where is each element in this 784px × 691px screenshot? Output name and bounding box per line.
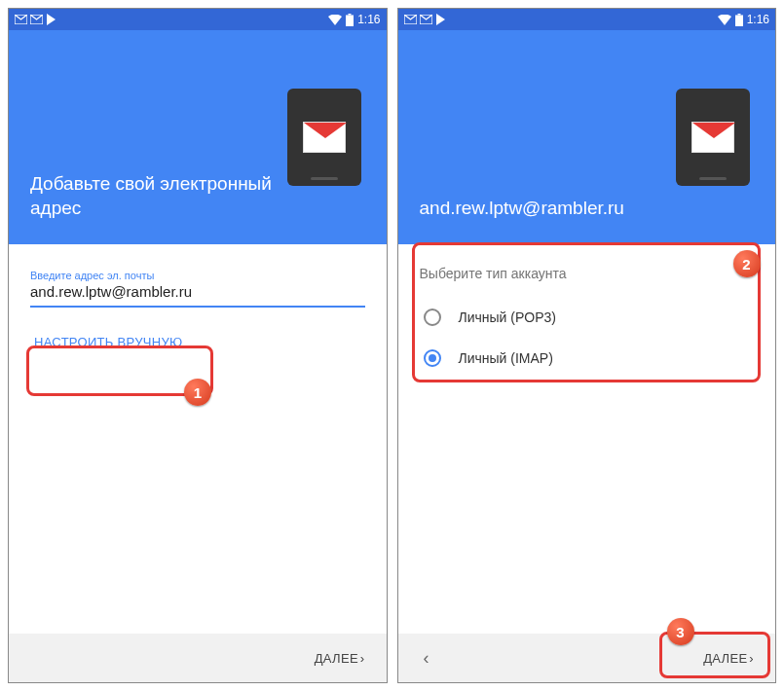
chevron-right-icon: ›: [749, 651, 754, 666]
page-title: Добавьте свой электронный адрес: [30, 171, 283, 221]
next-button[interactable]: ДАЛЕЕ ›: [309, 643, 371, 673]
footer: ‹ ДАЛЕЕ ›: [398, 634, 776, 682]
play-store-icon: [435, 14, 446, 25]
status-time: 1:16: [747, 13, 769, 26]
battery-icon: [735, 14, 743, 26]
screen-2: 1:16 and.rew.lptw@rambler.ru Выберите ти…: [397, 8, 777, 683]
radio-label: Личный (POP3): [459, 309, 556, 325]
svg-rect-6: [735, 15, 743, 26]
radio-imap[interactable]: Личный (IMAP): [420, 338, 755, 379]
screen-1: 1:16 Добавьте свой электронный адрес Вве…: [8, 8, 388, 683]
email-label: Введите адрес эл. почты: [30, 270, 365, 281]
chevron-left-icon: ‹: [424, 648, 429, 668]
header: Добавьте свой электронный адрес: [9, 30, 387, 244]
wifi-icon: [718, 15, 731, 25]
wifi-icon: [328, 15, 342, 25]
email-field[interactable]: Введите адрес эл. почты and.rew.lptw@ram…: [30, 266, 365, 308]
radio-icon: [424, 349, 441, 367]
gmail-notif-icon: [15, 14, 27, 25]
manual-setup-button[interactable]: НАСТРОИТЬ ВРУЧНУЮ: [30, 325, 186, 359]
chevron-right-icon: ›: [360, 651, 365, 666]
svg-rect-2: [346, 15, 354, 26]
play-store-icon: [46, 14, 56, 25]
email-value: and.rew.lptw@rambler.ru: [30, 283, 365, 300]
status-time: 1:16: [357, 13, 380, 26]
status-bar: 1:16: [9, 9, 387, 30]
gmail-icon: [303, 122, 346, 153]
radio-pop3[interactable]: Личный (POP3): [420, 297, 755, 338]
page-title: and.rew.lptw@rambler.ru: [420, 196, 673, 221]
gmail-notif-icon: [404, 14, 417, 25]
header: and.rew.lptw@rambler.ru: [398, 30, 776, 244]
gmail-icon: [691, 122, 734, 153]
footer: ДАЛЕЕ ›: [9, 634, 387, 682]
radio-icon: [424, 309, 441, 326]
svg-rect-3: [349, 14, 352, 16]
device-illustration: [676, 89, 750, 186]
content: Выберите тип аккаунта Личный (POP3) Личн…: [398, 244, 776, 634]
content: Введите адрес эл. почты and.rew.lptw@ram…: [9, 244, 387, 634]
back-button[interactable]: ‹: [414, 642, 439, 674]
status-bar: 1:16: [398, 9, 776, 30]
svg-rect-7: [737, 14, 740, 16]
battery-icon: [346, 14, 354, 26]
gmail-notif-icon: [420, 14, 432, 25]
section-label: Выберите тип аккаунта: [420, 266, 755, 281]
next-button[interactable]: ДАЛЕЕ ›: [697, 643, 760, 673]
device-illustration: [287, 89, 361, 186]
radio-label: Личный (IMAP): [459, 350, 553, 366]
gmail-notif-icon: [30, 14, 43, 25]
